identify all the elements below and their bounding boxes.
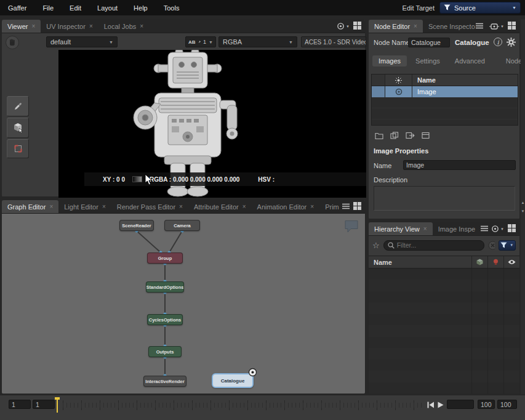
tab-image-inspector[interactable]: Image Inspe: [433, 222, 481, 235]
tab-animation-editor[interactable]: Animation Editor ×: [252, 200, 320, 213]
node-interactiverender[interactable]: InteractiveRender: [143, 376, 186, 387]
render-column-header[interactable]: [385, 75, 412, 86]
node-scenereader[interactable]: SceneReader: [119, 220, 154, 231]
frame-spinner-field[interactable]: [447, 400, 474, 409]
chevron-down-icon[interactable]: ▼: [209, 40, 213, 44]
menu-edit[interactable]: Edit: [62, 4, 89, 12]
node-name-field[interactable]: [408, 38, 450, 47]
viewer-settings-menu[interactable]: ▼: [337, 22, 350, 30]
close-icon[interactable]: ×: [140, 23, 143, 30]
layout-grid-icon[interactable]: [508, 224, 516, 233]
subtab-settings[interactable]: Settings: [409, 55, 446, 67]
edit-target-label: Edit Target: [403, 4, 435, 12]
tab-render-pass-editor[interactable]: Render Pass Editor ×: [111, 200, 188, 213]
scroll-down-icon[interactable]: ▼: [521, 209, 525, 213]
close-icon[interactable]: ×: [179, 204, 183, 210]
frame-ruler[interactable]: [63, 398, 423, 412]
subtab-images[interactable]: Images: [372, 55, 407, 67]
tab-uv-inspector[interactable]: UV Inspector ×: [41, 20, 98, 33]
annotation-note-icon[interactable]: [344, 220, 359, 233]
bookmark-star-icon[interactable]: ☆: [372, 241, 380, 249]
tab-list-icon[interactable]: [481, 225, 488, 233]
node-cyclesoptions[interactable]: CyclesOptions: [147, 314, 183, 325]
node-label: Outputs: [156, 349, 174, 355]
play-icon[interactable]: [438, 402, 444, 408]
node-group[interactable]: Group: [147, 252, 183, 264]
tab-graph-editor[interactable]: Graph Editor ×: [2, 200, 58, 213]
load-image-icon[interactable]: [375, 132, 383, 139]
menu-file[interactable]: File: [34, 4, 62, 12]
tab-node-editor[interactable]: Node Editor ×: [369, 20, 423, 33]
tab-light-editor[interactable]: Light Editor ×: [58, 200, 111, 213]
tab-viewer[interactable]: Viewer ×: [2, 20, 41, 33]
skip-to-start-icon[interactable]: [427, 402, 435, 408]
wrench-icon[interactable]: [198, 39, 201, 45]
subtab-advanced[interactable]: Advanced: [449, 55, 491, 67]
clear-filter-icon[interactable]: [488, 241, 495, 250]
node-outputs[interactable]: Outputs: [148, 346, 182, 357]
filter-input[interactable]: [397, 241, 480, 249]
crop-window-tool-button[interactable]: [7, 139, 29, 158]
description-field[interactable]: [374, 186, 515, 211]
tab-prim-inspector[interactable]: Prim: [319, 200, 342, 213]
info-icon[interactable]: i: [494, 38, 502, 46]
playhead[interactable]: [57, 398, 58, 413]
close-icon[interactable]: ×: [414, 23, 417, 30]
close-icon[interactable]: ×: [310, 204, 314, 210]
display-transform-button[interactable]: ACES 1.0 - SDR Video: [301, 36, 366, 47]
wipe-value[interactable]: 1: [203, 39, 206, 45]
close-icon[interactable]: ×: [242, 204, 246, 210]
board-icon[interactable]: [422, 132, 430, 139]
channel-dropdown[interactable]: RGBA ▼: [218, 36, 297, 47]
filter-search-box[interactable]: [383, 240, 484, 251]
close-icon[interactable]: ×: [102, 204, 106, 210]
menu-gaffer[interactable]: Gaffer: [0, 4, 34, 12]
start-frame-field[interactable]: [9, 400, 31, 409]
node-camera[interactable]: Camera: [164, 220, 200, 231]
tab-list-icon[interactable]: [342, 203, 350, 211]
color-inspector-tool-button[interactable]: [7, 96, 29, 116]
current-frame-field[interactable]: [33, 400, 55, 409]
tab-list-icon[interactable]: [476, 23, 483, 30]
pan-tool-button[interactable]: [6, 36, 19, 49]
table-row-image[interactable]: Image: [372, 86, 518, 97]
scene-column-header[interactable]: [471, 256, 487, 268]
editor-focus-menu[interactable]: ▼: [489, 23, 504, 30]
close-icon[interactable]: ×: [423, 226, 427, 232]
close-icon[interactable]: ×: [89, 23, 93, 30]
scroll-up-icon[interactable]: ▲: [521, 201, 525, 204]
name-column-header[interactable]: Name: [369, 259, 471, 266]
edit-target-dropdown[interactable]: Source ▼: [439, 2, 521, 14]
layout-grid-icon[interactable]: [353, 22, 361, 31]
compare-ab-button[interactable]: AB: [188, 39, 196, 45]
layout-grid-icon[interactable]: [508, 22, 516, 31]
layout-grid-icon[interactable]: [353, 202, 361, 211]
table-row: [369, 291, 519, 302]
range-end-field[interactable]: [497, 400, 517, 409]
light-column-header[interactable]: [487, 256, 503, 268]
menu-layout[interactable]: Layout: [89, 4, 126, 12]
node-standardoptions[interactable]: StandardOptions: [146, 281, 184, 293]
filter-menu-button[interactable]: ▼: [499, 240, 516, 251]
view-selector-dropdown[interactable]: default ▼: [46, 36, 118, 47]
hierarchy-settings-menu[interactable]: ▼: [491, 225, 504, 233]
image-name-field[interactable]: [403, 160, 516, 170]
tab-local-jobs[interactable]: Local Jobs ×: [98, 20, 149, 33]
node-catalogue[interactable]: Catalogue: [212, 373, 254, 388]
close-icon[interactable]: ×: [49, 204, 53, 210]
tab-hierarchy-view[interactable]: Hierarchy View ×: [369, 222, 433, 235]
export-image-icon[interactable]: [406, 132, 415, 139]
menu-tools[interactable]: Tools: [156, 4, 188, 12]
selection-tool-button[interactable]: [7, 118, 29, 138]
close-icon[interactable]: ×: [31, 23, 35, 30]
tab-scene-inspector[interactable]: Scene Inspecto: [423, 20, 476, 33]
node-graph-canvas[interactable]: SceneReader Camera Group StandardOptions…: [2, 214, 365, 394]
tab-attribute-editor[interactable]: Attribute Editor ×: [188, 200, 252, 213]
gear-icon[interactable]: [507, 38, 516, 47]
name-column-header[interactable]: Name: [412, 76, 518, 84]
end-frame-field[interactable]: [478, 400, 495, 409]
visibility-column-header[interactable]: [503, 256, 519, 268]
menu-help[interactable]: Help: [126, 4, 156, 12]
duplicate-image-icon[interactable]: [390, 132, 399, 139]
right-scrollbar[interactable]: ▲ ▼: [521, 19, 525, 394]
